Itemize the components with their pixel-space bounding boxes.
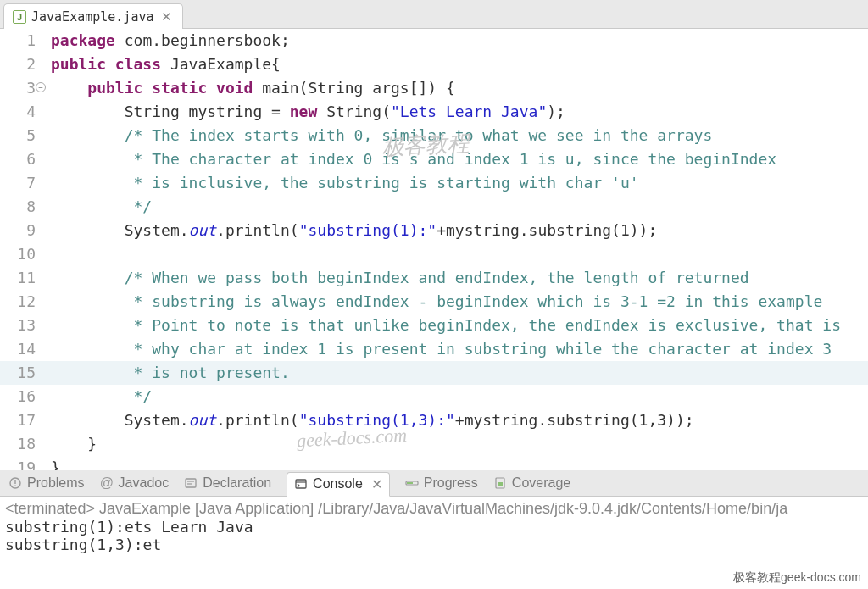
svg-rect-2 [14,486,15,486]
svg-rect-3 [186,479,196,487]
bottom-panel-tabs: Problems @ Javadoc Declaration Console ✕… [0,470,868,497]
line-number: 6 [0,147,44,171]
svg-rect-9 [407,482,413,484]
editor-tab[interactable]: J JavaExample.java ✕ [3,3,183,29]
tab-declaration[interactable]: Declaration [184,475,271,491]
console-line: substring(1):ets Learn Java [5,518,863,536]
line-number: 14 [0,337,44,361]
tab-javadoc[interactable]: @ Javadoc [100,475,170,491]
close-icon[interactable]: ✕ [371,476,382,492]
problems-icon [8,476,22,490]
line-number: 9 [0,219,44,242]
tab-progress[interactable]: Progress [405,475,478,491]
fold-icon[interactable]: − [36,82,46,92]
tab-console[interactable]: Console ✕ [287,472,390,497]
console-header: <terminated> JavaExample [Java Applicati… [5,500,863,518]
tab-coverage[interactable]: Coverage [493,475,570,491]
line-number: 7 [0,171,44,195]
line-number: 18 [0,432,44,456]
coverage-icon [493,476,507,490]
tab-filename: JavaExample.java [31,9,154,25]
editor-tab-bar: J JavaExample.java ✕ [0,0,868,29]
declaration-icon [184,476,198,490]
line-number: 4 [0,100,44,124]
line-number: 19 [0,456,44,470]
line-number: 10 [0,242,44,266]
svg-rect-11 [498,482,503,486]
line-number: 11 [0,266,44,290]
line-number: 8 [0,195,44,219]
line-number: 1 [0,29,44,53]
line-number: 13 [0,314,44,337]
console-icon [294,477,308,491]
close-icon[interactable]: ✕ [159,9,174,25]
line-number: 15 [0,361,44,385]
console-line: substring(1,3):et [5,536,863,553]
java-file-icon: J [13,10,26,24]
page-credit: 极客教程geek-docs.com [733,570,861,586]
javadoc-icon: @ [100,476,114,490]
tab-problems[interactable]: Problems [8,475,85,491]
line-number: 17 [0,408,44,432]
code-editor[interactable]: 极客教程 geek-docs.com 1package com.beginner… [0,29,868,470]
line-number: 12 [0,290,44,314]
line-number: 2 [0,53,44,76]
line-number: 5 [0,124,44,147]
line-number: 3− [0,76,44,100]
progress-icon [405,476,419,490]
svg-rect-1 [14,480,15,484]
line-number: 16 [0,385,44,408]
